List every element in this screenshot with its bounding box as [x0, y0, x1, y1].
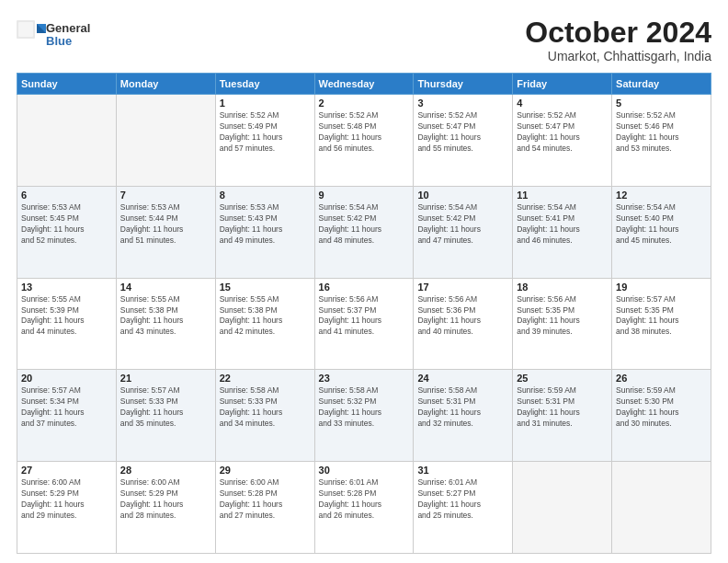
- day-number: 25: [517, 373, 608, 384]
- day-info: Sunrise: 5:55 AM Sunset: 5:39 PM Dayligh…: [21, 294, 112, 339]
- header-friday: Friday: [513, 74, 612, 95]
- day-number: 27: [21, 465, 112, 476]
- calendar-cell: 27Sunrise: 6:00 AM Sunset: 5:29 PM Dayli…: [17, 462, 117, 554]
- day-info: Sunrise: 5:58 AM Sunset: 5:32 PM Dayligh…: [319, 385, 410, 430]
- day-number: 28: [120, 465, 211, 476]
- day-info: Sunrise: 5:56 AM Sunset: 5:36 PM Dayligh…: [417, 294, 508, 339]
- day-number: 29: [220, 465, 311, 476]
- day-number: 31: [417, 465, 508, 476]
- day-number: 17: [417, 282, 508, 293]
- day-info: Sunrise: 5:58 AM Sunset: 5:31 PM Dayligh…: [417, 385, 508, 430]
- day-info: Sunrise: 5:52 AM Sunset: 5:49 PM Dayligh…: [220, 110, 311, 155]
- calendar-cell: 9Sunrise: 5:54 AM Sunset: 5:42 PM Daylig…: [314, 186, 414, 278]
- calendar-cell: 16Sunrise: 5:56 AM Sunset: 5:37 PM Dayli…: [314, 278, 414, 370]
- day-number: 13: [21, 282, 112, 293]
- svg-rect-4: [18, 22, 33, 37]
- weekday-header-row: Sunday Monday Tuesday Wednesday Thursday…: [17, 74, 711, 95]
- header-thursday: Thursday: [414, 74, 513, 95]
- calendar-cell: 23Sunrise: 5:58 AM Sunset: 5:32 PM Dayli…: [314, 370, 414, 462]
- title-block: October 2024 Umarkot, Chhattisgarh, Indi…: [525, 17, 711, 63]
- calendar-week-row: 1Sunrise: 5:52 AM Sunset: 5:49 PM Daylig…: [17, 95, 711, 187]
- day-number: 14: [120, 282, 211, 293]
- calendar-cell: 21Sunrise: 5:57 AM Sunset: 5:33 PM Dayli…: [116, 370, 215, 462]
- day-info: Sunrise: 5:53 AM Sunset: 5:44 PM Dayligh…: [120, 202, 211, 247]
- calendar-cell: [116, 95, 215, 187]
- day-info: Sunrise: 5:52 AM Sunset: 5:46 PM Dayligh…: [616, 110, 707, 155]
- calendar-page: General Blue October 2024 Umarkot, Chhat…: [0, 0, 728, 563]
- calendar-cell: 22Sunrise: 5:58 AM Sunset: 5:33 PM Dayli…: [215, 370, 314, 462]
- day-number: 30: [319, 465, 410, 476]
- day-info: Sunrise: 5:52 AM Sunset: 5:48 PM Dayligh…: [319, 110, 410, 155]
- day-info: Sunrise: 5:57 AM Sunset: 5:35 PM Dayligh…: [616, 294, 707, 339]
- calendar-cell: [17, 95, 117, 187]
- calendar-cell: 31Sunrise: 6:01 AM Sunset: 5:27 PM Dayli…: [414, 462, 513, 554]
- calendar-cell: 1Sunrise: 5:52 AM Sunset: 5:49 PM Daylig…: [215, 95, 314, 187]
- calendar-cell: 15Sunrise: 5:55 AM Sunset: 5:38 PM Dayli…: [215, 278, 314, 370]
- header-saturday: Saturday: [612, 74, 711, 95]
- header: General Blue October 2024 Umarkot, Chhat…: [17, 17, 711, 63]
- calendar-cell: 17Sunrise: 5:56 AM Sunset: 5:36 PM Dayli…: [414, 278, 513, 370]
- calendar-cell: 26Sunrise: 5:59 AM Sunset: 5:30 PM Dayli…: [612, 370, 711, 462]
- header-wednesday: Wednesday: [314, 74, 414, 95]
- calendar-cell: 3Sunrise: 5:52 AM Sunset: 5:47 PM Daylig…: [414, 95, 513, 187]
- calendar-week-row: 6Sunrise: 5:53 AM Sunset: 5:45 PM Daylig…: [17, 186, 711, 278]
- day-info: Sunrise: 5:57 AM Sunset: 5:33 PM Dayligh…: [120, 385, 211, 430]
- day-number: 19: [616, 282, 707, 293]
- day-info: Sunrise: 5:58 AM Sunset: 5:33 PM Dayligh…: [220, 385, 311, 430]
- calendar-cell: 11Sunrise: 5:54 AM Sunset: 5:41 PM Dayli…: [513, 186, 612, 278]
- logo-icon: [17, 20, 46, 50]
- calendar-cell: 4Sunrise: 5:52 AM Sunset: 5:47 PM Daylig…: [513, 95, 612, 187]
- day-number: 5: [616, 98, 707, 109]
- day-number: 21: [120, 373, 211, 384]
- logo-text: General Blue: [46, 22, 90, 49]
- day-number: 4: [517, 98, 608, 109]
- calendar-cell: 18Sunrise: 5:56 AM Sunset: 5:35 PM Dayli…: [513, 278, 612, 370]
- day-number: 11: [517, 190, 608, 201]
- calendar-week-row: 20Sunrise: 5:57 AM Sunset: 5:34 PM Dayli…: [17, 370, 711, 462]
- calendar-cell: 7Sunrise: 5:53 AM Sunset: 5:44 PM Daylig…: [116, 186, 215, 278]
- day-number: 23: [319, 373, 410, 384]
- day-number: 20: [21, 373, 112, 384]
- day-info: Sunrise: 5:54 AM Sunset: 5:42 PM Dayligh…: [417, 202, 508, 247]
- day-number: 12: [616, 190, 707, 201]
- day-info: Sunrise: 6:00 AM Sunset: 5:28 PM Dayligh…: [220, 477, 311, 522]
- day-info: Sunrise: 6:00 AM Sunset: 5:29 PM Dayligh…: [21, 477, 112, 522]
- calendar-cell: [513, 462, 612, 554]
- calendar-cell: 20Sunrise: 5:57 AM Sunset: 5:34 PM Dayli…: [17, 370, 117, 462]
- calendar-cell: 19Sunrise: 5:57 AM Sunset: 5:35 PM Dayli…: [612, 278, 711, 370]
- day-info: Sunrise: 5:54 AM Sunset: 5:42 PM Dayligh…: [319, 202, 410, 247]
- day-number: 24: [417, 373, 508, 384]
- calendar-cell: 28Sunrise: 6:00 AM Sunset: 5:29 PM Dayli…: [116, 462, 215, 554]
- day-info: Sunrise: 5:56 AM Sunset: 5:35 PM Dayligh…: [517, 294, 608, 339]
- day-number: 22: [220, 373, 311, 384]
- calendar-cell: 5Sunrise: 5:52 AM Sunset: 5:46 PM Daylig…: [612, 95, 711, 187]
- calendar-cell: 10Sunrise: 5:54 AM Sunset: 5:42 PM Dayli…: [414, 186, 513, 278]
- day-info: Sunrise: 5:55 AM Sunset: 5:38 PM Dayligh…: [120, 294, 211, 339]
- day-info: Sunrise: 5:53 AM Sunset: 5:45 PM Dayligh…: [21, 202, 112, 247]
- day-info: Sunrise: 5:55 AM Sunset: 5:38 PM Dayligh…: [220, 294, 311, 339]
- day-number: 7: [120, 190, 211, 201]
- calendar-cell: 2Sunrise: 5:52 AM Sunset: 5:48 PM Daylig…: [314, 95, 414, 187]
- calendar-cell: 13Sunrise: 5:55 AM Sunset: 5:39 PM Dayli…: [17, 278, 117, 370]
- calendar-cell: 6Sunrise: 5:53 AM Sunset: 5:45 PM Daylig…: [17, 186, 117, 278]
- day-info: Sunrise: 5:57 AM Sunset: 5:34 PM Dayligh…: [21, 385, 112, 430]
- day-info: Sunrise: 5:52 AM Sunset: 5:47 PM Dayligh…: [517, 110, 608, 155]
- logo-general: General: [46, 22, 90, 35]
- logo-blue: Blue: [46, 35, 90, 48]
- day-info: Sunrise: 6:00 AM Sunset: 5:29 PM Dayligh…: [120, 477, 211, 522]
- title-location: Umarkot, Chhattisgarh, India: [525, 49, 711, 63]
- day-info: Sunrise: 6:01 AM Sunset: 5:27 PM Dayligh…: [417, 477, 508, 522]
- calendar-cell: 25Sunrise: 5:59 AM Sunset: 5:31 PM Dayli…: [513, 370, 612, 462]
- calendar-cell: 8Sunrise: 5:53 AM Sunset: 5:43 PM Daylig…: [215, 186, 314, 278]
- day-number: 16: [319, 282, 410, 293]
- calendar-cell: 30Sunrise: 6:01 AM Sunset: 5:28 PM Dayli…: [314, 462, 414, 554]
- day-number: 10: [417, 190, 508, 201]
- day-number: 1: [220, 98, 311, 109]
- day-info: Sunrise: 5:54 AM Sunset: 5:40 PM Dayligh…: [616, 202, 707, 247]
- logo: General Blue: [17, 20, 90, 50]
- day-number: 15: [220, 282, 311, 293]
- day-number: 3: [417, 98, 508, 109]
- calendar-cell: 12Sunrise: 5:54 AM Sunset: 5:40 PM Dayli…: [612, 186, 711, 278]
- calendar-week-row: 27Sunrise: 6:00 AM Sunset: 5:29 PM Dayli…: [17, 462, 711, 554]
- title-month: October 2024: [525, 17, 711, 49]
